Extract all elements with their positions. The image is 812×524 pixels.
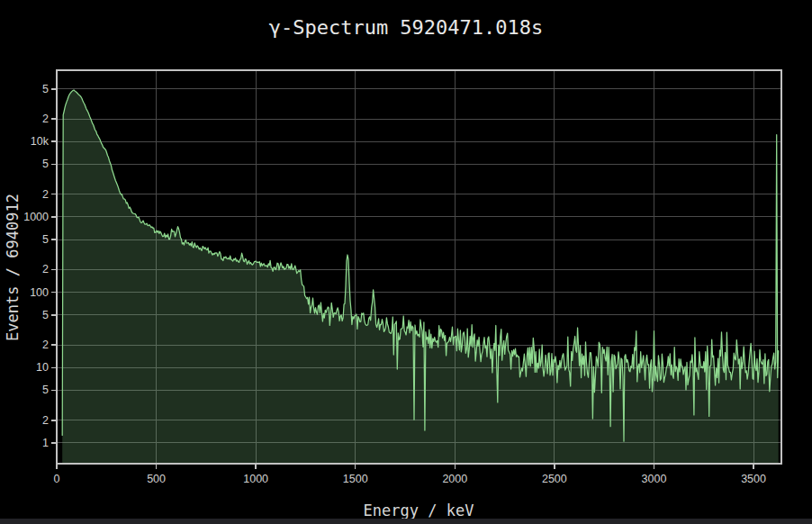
y-tick-label: 2	[42, 113, 49, 125]
spectrum-fill	[62, 90, 779, 464]
y-tick-label: 10	[36, 361, 49, 374]
y-tick-label: 100	[30, 286, 49, 299]
x-tick-label: 3500	[741, 473, 766, 485]
x-tick-label: 1000	[243, 473, 268, 485]
y-tick-label: 2	[42, 263, 49, 276]
y-tick-label: 5	[42, 158, 49, 170]
x-tick-label: 2500	[542, 473, 567, 485]
y-tick-label: 2	[42, 188, 49, 201]
x-tick-label: 3000	[642, 473, 667, 485]
x-tick-label: 1500	[343, 473, 368, 485]
y-tick-label: 5	[42, 83, 49, 95]
y-tick-label: 1	[42, 437, 49, 449]
y-tick-label: 2	[42, 339, 49, 351]
app-window: γ-Spectrum 5920471.018s Events / 6940912…	[0, 0, 812, 524]
y-tick-label: 2	[42, 414, 49, 427]
bottom-scrollbar-track[interactable]	[0, 519, 812, 524]
x-axis-title: Energy / keV	[364, 501, 474, 519]
y-tick-label: 10k	[31, 135, 49, 148]
y-tick-label: 5	[42, 309, 49, 321]
y-tick-label: 5	[42, 384, 49, 396]
x-tick-label: 2000	[442, 473, 467, 485]
y-tick-label: 1000	[23, 211, 49, 223]
spectrum-plot-area[interactable]	[0, 0, 812, 524]
x-tick-label: 0	[54, 473, 60, 485]
y-tick-label: 5	[42, 233, 49, 246]
x-tick-label: 500	[147, 473, 166, 485]
